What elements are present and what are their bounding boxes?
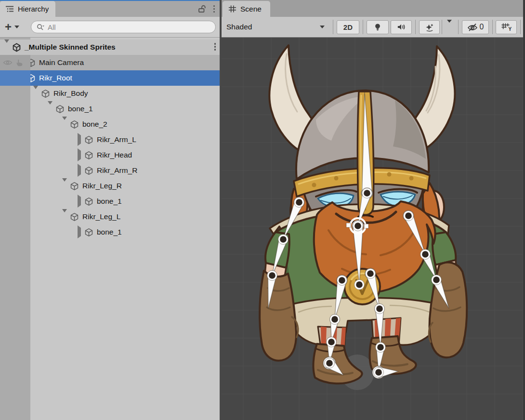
scene-lighting-button[interactable] [367, 20, 389, 34]
grid-settings-button[interactable]: Y [496, 20, 517, 34]
add-object-caret-icon[interactable] [14, 26, 19, 28]
scene-tabbar: Scene [222, 0, 523, 17]
gameobject-cube-icon [70, 182, 80, 191]
row-label: bone_1 [97, 197, 122, 206]
row-label: _Multiple Skinned Sprites [25, 43, 116, 52]
hierarchy-row-rikr-body[interactable]: Rikr_Body [0, 86, 220, 101]
hierarchy-row-bone-2[interactable]: bone_2 [0, 117, 220, 132]
joint-dot[interactable] [422, 251, 429, 258]
joint-dot[interactable] [367, 270, 374, 277]
add-object-button[interactable]: + [5, 21, 12, 33]
row-visibility-cell[interactable] [0, 86, 30, 101]
hierarchy-menu-icon[interactable] [213, 5, 215, 13]
shading-mode-dropdown[interactable]: Shaded [222, 23, 330, 31]
joint-dot[interactable] [405, 212, 412, 219]
hierarchy-row-rikr-arm-r[interactable]: Rikr_Arm_R [0, 163, 220, 178]
grid-axis-label: Y [508, 26, 512, 32]
foldout-triangle-icon[interactable] [61, 212, 70, 221]
scene-effects-button[interactable] [419, 20, 440, 34]
root-bone-gizmo-handle[interactable] [346, 223, 351, 227]
hierarchy-list-icon [5, 5, 14, 13]
joint-dot[interactable] [328, 339, 335, 345]
foldout-triangle-icon[interactable] [47, 105, 55, 113]
row-visibility-cell[interactable] [0, 117, 30, 132]
hierarchy-row-bone-1[interactable]: bone_1 [0, 194, 220, 209]
tab-hierarchy[interactable]: Hierarchy [0, 1, 55, 17]
scene-audio-button[interactable] [391, 20, 412, 34]
joint-dot[interactable] [377, 344, 384, 351]
joint-dot[interactable] [326, 360, 333, 367]
joint-dot[interactable] [339, 277, 345, 284]
hierarchy-search-field[interactable] [31, 21, 216, 33]
row-visibility-cell[interactable] [0, 209, 30, 224]
foldout-triangle-icon[interactable] [76, 197, 84, 206]
foldout-triangle-icon[interactable] [32, 89, 41, 98]
gameobject-cube-icon [70, 120, 80, 129]
hierarchy-row-main-camera[interactable]: Main Camera [0, 55, 220, 70]
scene-tab-label: Scene [240, 5, 262, 13]
row-visibility-cell[interactable] [0, 101, 30, 117]
effects-dropdown-caret[interactable] [443, 23, 456, 31]
foldout-triangle-icon[interactable] [76, 228, 84, 236]
row-visibility-cell[interactable] [0, 163, 30, 178]
row-visibility-cell[interactable] [0, 178, 30, 194]
toggle-2d-button[interactable]: 2D [337, 20, 359, 34]
hierarchy-row-rikr-root[interactable]: Rikr_Root [0, 70, 220, 86]
scene-options-kebab-icon[interactable] [214, 43, 216, 51]
gameobject-cube-icon [84, 228, 95, 237]
row-visibility-cell[interactable] [0, 39, 30, 55]
row-visibility-cell[interactable] [0, 55, 30, 70]
row-label: bone_1 [68, 105, 93, 113]
joint-dot[interactable] [433, 276, 440, 283]
hierarchy-row-bone-1[interactable]: bone_1 [0, 101, 220, 117]
foldout-triangle-icon[interactable] [76, 166, 84, 175]
row-visibility-cell[interactable] [0, 70, 30, 86]
root-bone-gizmo-handle[interactable] [364, 224, 368, 228]
foldout-triangle-icon[interactable] [76, 135, 84, 144]
hidden-objects-button[interactable]: 0 [462, 20, 489, 34]
joint-dot[interactable] [269, 272, 276, 279]
foldout-triangle-icon[interactable] [61, 182, 70, 190]
focused-panel-accent [0, 0, 220, 1]
hierarchy-row-rikr-leg-r[interactable]: Rikr_Leg_R [0, 178, 220, 194]
joint-dot[interactable] [296, 199, 302, 206]
scene-viewport[interactable] [222, 38, 523, 420]
hierarchy-row--multiple-skinned-sprites[interactable]: _Multiple Skinned Sprites [0, 39, 220, 55]
hidden-count: 0 [480, 23, 484, 31]
gameobject-cube-icon [41, 89, 52, 98]
gameobject-cube-icon [55, 105, 66, 114]
foldout-triangle-icon[interactable] [76, 151, 84, 159]
row-label: Rikr_Leg_R [82, 182, 122, 190]
joint-dot[interactable] [331, 316, 338, 323]
hierarchy-row-rikr-leg-l[interactable]: Rikr_Leg_L [0, 209, 220, 224]
joint-dot[interactable] [280, 236, 287, 243]
row-visibility-cell[interactable] [0, 147, 30, 163]
search-input[interactable] [47, 23, 210, 32]
joint-dot[interactable] [364, 190, 370, 197]
joint-dot[interactable] [375, 369, 382, 376]
hierarchy-row-bone-1[interactable]: bone_1 [0, 224, 220, 240]
scene-grid-icon [228, 5, 236, 13]
unlock-icon[interactable] [197, 4, 207, 13]
row-label: Main Camera [39, 58, 84, 67]
visibility-eye-icon[interactable] [3, 59, 13, 66]
gameobject-cube-icon [84, 135, 95, 144]
foldout-triangle-icon[interactable] [61, 120, 70, 129]
hierarchy-row-rikr-arm-l[interactable]: Rikr_Arm_L [0, 132, 220, 147]
glove-left [260, 271, 296, 361]
unity-editor: { "colors": { "accent_top": "#3e7cc1", "… [0, 0, 525, 420]
scene-panel: Scene Shaded 2D [222, 0, 525, 420]
search-icon [36, 23, 45, 31]
pickability-hand-icon[interactable] [15, 59, 24, 67]
shading-caret-icon [320, 26, 325, 28]
row-visibility-cell[interactable] [0, 132, 30, 147]
hierarchy-row-rikr-head[interactable]: Rikr_Head [0, 147, 220, 163]
hierarchy-panel: Hierarchy + [0, 0, 221, 420]
joint-dot[interactable] [376, 305, 383, 312]
joint-dot[interactable] [354, 223, 361, 229]
hierarchy-tab-label: Hierarchy [18, 5, 49, 13]
tab-scene[interactable]: Scene [223, 1, 270, 17]
row-visibility-cell[interactable] [0, 194, 30, 209]
joint-dot[interactable] [356, 281, 363, 288]
row-visibility-cell[interactable] [0, 224, 30, 240]
